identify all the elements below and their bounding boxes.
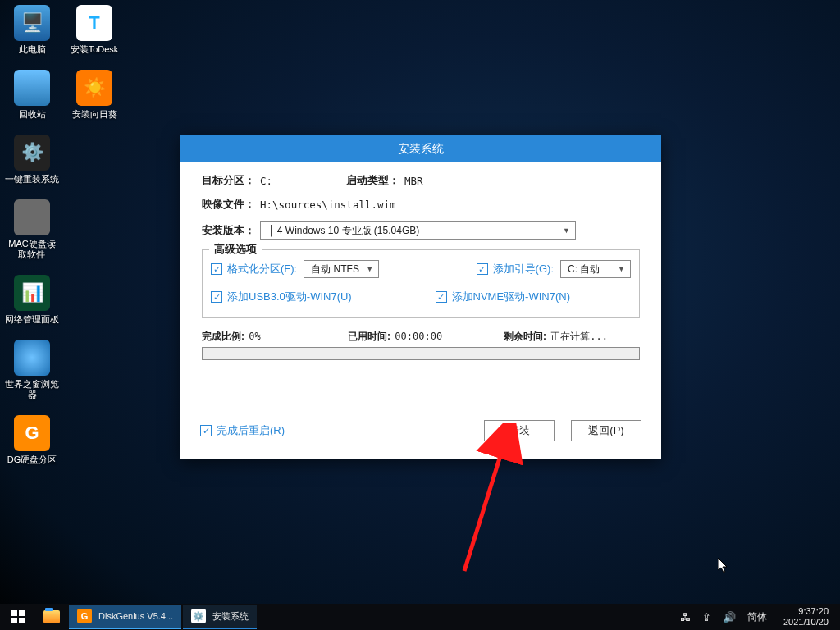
target-partition-value: C: bbox=[260, 175, 272, 187]
icon-label: 安装ToDesk bbox=[71, 44, 119, 55]
format-fs-select[interactable]: 自动 NTFS ▼ bbox=[304, 260, 379, 278]
pct-value: 0% bbox=[249, 331, 260, 342]
desktop-icon-recycle-bin[interactable]: 回收站 bbox=[5, 70, 59, 120]
desktop-icon-network-panel[interactable]: 📊网络管理面板 bbox=[5, 275, 59, 325]
select-value: C: 自动 bbox=[568, 262, 600, 276]
checkbox-label: 格式化分区(F): bbox=[227, 262, 297, 276]
restart-after-checkbox[interactable]: 完成后重启(R) bbox=[200, 423, 285, 438]
chevron-down-icon: ▼ bbox=[563, 226, 570, 235]
svg-rect-3 bbox=[11, 618, 17, 623]
checkbox-icon bbox=[211, 291, 222, 303]
volume-icon[interactable]: 🔊 bbox=[723, 611, 736, 623]
desktop-icon-mac-disk[interactable]: MAC硬盘读 取软件 bbox=[5, 199, 59, 260]
sunflower-icon: ☀️ bbox=[76, 70, 112, 106]
icon-label: 回收站 bbox=[19, 109, 46, 120]
chevron-down-icon: ▼ bbox=[366, 265, 373, 273]
chevron-down-icon: ▼ bbox=[618, 265, 625, 273]
remain-value: 正在计算... bbox=[550, 331, 608, 342]
add-boot-checkbox[interactable]: 添加引导(G): bbox=[477, 262, 554, 276]
globe-icon bbox=[14, 340, 50, 376]
back-button[interactable]: 返回(P) bbox=[571, 420, 641, 441]
checkbox-icon bbox=[436, 291, 447, 303]
window-title[interactable]: 安装系统 bbox=[180, 135, 661, 162]
select-value: ├ 4 Windows 10 专业版 (15.04GB) bbox=[267, 224, 419, 238]
image-file-value: H:\sources\install.wim bbox=[260, 199, 396, 211]
date-value: 2021/10/20 bbox=[783, 617, 829, 628]
target-partition-label: 目标分区： bbox=[202, 174, 255, 188]
time-value: 9:37:20 bbox=[783, 606, 829, 617]
desktop-icon-sunflower[interactable]: ☀️安装向日葵 bbox=[67, 70, 121, 120]
taskbar-item-diskgenius[interactable]: G DiskGenius V5.4... bbox=[69, 605, 181, 629]
taskbar-pin-explorer[interactable] bbox=[36, 604, 67, 630]
icon-label: MAC硬盘读 取软件 bbox=[8, 239, 55, 260]
elapsed-label: 已用时间: bbox=[348, 331, 390, 342]
install-button[interactable]: 安装 bbox=[484, 420, 555, 441]
desktop: 🖥️此电脑 回收站 ⚙️一键重装系统 MAC硬盘读 取软件 📊网络管理面板 世界… bbox=[5, 5, 130, 465]
taskbar-item-label: DiskGenius V5.4... bbox=[98, 611, 173, 621]
elapsed-value: 00:00:00 bbox=[395, 331, 442, 342]
svg-rect-2 bbox=[19, 610, 25, 616]
icon-label: 一键重装系统 bbox=[5, 174, 59, 185]
advanced-options-group: 高级选项 格式化分区(F): 自动 NTFS ▼ 添加引导(G): C: 自动 bbox=[202, 249, 640, 318]
progress-bar bbox=[202, 347, 640, 360]
taskbar-item-label: 安装系统 bbox=[212, 610, 249, 623]
checkbox-label: 添加NVME驱动-WIN7(N) bbox=[452, 290, 570, 304]
desktop-icon-reinstall[interactable]: ⚙️一键重装系统 bbox=[5, 135, 59, 185]
folder-icon bbox=[43, 610, 60, 623]
ime-indicator[interactable]: 简体 bbox=[747, 610, 767, 624]
apple-icon bbox=[14, 199, 50, 235]
network-icon[interactable]: 🖧 bbox=[680, 611, 691, 623]
install-version-label: 安装版本： bbox=[202, 224, 255, 238]
installer-icon: ⚙️ bbox=[191, 609, 206, 623]
icon-label: 网络管理面板 bbox=[5, 314, 59, 325]
boot-drive-select[interactable]: C: 自动 ▼ bbox=[560, 260, 631, 278]
boot-type-value: MBR bbox=[404, 175, 423, 187]
icon-label: 世界之窗浏览 器 bbox=[5, 379, 59, 400]
cursor-icon bbox=[718, 558, 731, 578]
select-value: 自动 NTFS bbox=[311, 262, 359, 276]
icon-label: DG硬盘分区 bbox=[7, 454, 57, 465]
installer-window: 安装系统 目标分区： C: 启动类型： MBR 映像文件： H:\sources… bbox=[180, 135, 661, 459]
windows-icon bbox=[11, 610, 25, 623]
checkbox-label: 添加引导(G): bbox=[493, 262, 554, 276]
system-tray: 🖧 ⇪ 🔊 简体 9:37:20 2021/10/20 bbox=[680, 606, 840, 628]
taskbar-item-installer[interactable]: ⚙️ 安装系统 bbox=[183, 605, 257, 629]
progress-meta: 完成比例: 0% 已用时间: 00:00:00 剩余时间: 正在计算... bbox=[202, 330, 640, 344]
usb-icon[interactable]: ⇪ bbox=[702, 611, 711, 623]
svg-rect-1 bbox=[11, 610, 17, 616]
icon-label: 此电脑 bbox=[19, 44, 46, 55]
desktop-icon-browser[interactable]: 世界之窗浏览 器 bbox=[5, 340, 59, 400]
checkbox-icon bbox=[477, 263, 488, 275]
taskbar: G DiskGenius V5.4... ⚙️ 安装系统 🖧 ⇪ 🔊 简体 9:… bbox=[0, 604, 840, 630]
icon-label: 安装向日葵 bbox=[72, 109, 117, 120]
advanced-legend: 高级选项 bbox=[209, 243, 262, 257]
remain-label: 剩余时间: bbox=[504, 331, 546, 342]
taskbar-clock[interactable]: 9:37:20 2021/10/20 bbox=[778, 606, 833, 628]
image-file-label: 映像文件： bbox=[202, 198, 255, 212]
checkbox-icon bbox=[211, 263, 222, 275]
install-version-select[interactable]: ├ 4 Windows 10 专业版 (15.04GB) ▼ bbox=[260, 221, 576, 240]
gear-icon: ⚙️ bbox=[14, 135, 50, 171]
checkbox-label: 添加USB3.0驱动-WIN7(U) bbox=[227, 290, 352, 304]
desktop-icon-todesk[interactable]: T安装ToDesk bbox=[67, 5, 121, 55]
start-button[interactable] bbox=[0, 604, 36, 630]
pct-label: 完成比例: bbox=[202, 331, 244, 342]
nvme-driver-checkbox[interactable]: 添加NVME驱动-WIN7(N) bbox=[436, 290, 570, 304]
todesk-icon: T bbox=[76, 5, 112, 41]
format-partition-checkbox[interactable]: 格式化分区(F): bbox=[211, 262, 297, 276]
dg-icon: G bbox=[77, 609, 92, 623]
bin-icon bbox=[14, 70, 50, 106]
desktop-icon-diskgenius[interactable]: GDG硬盘分区 bbox=[5, 415, 59, 465]
svg-rect-4 bbox=[19, 618, 25, 623]
pc-icon: 🖥️ bbox=[14, 5, 50, 41]
bars-icon: 📊 bbox=[14, 275, 50, 311]
dg-icon: G bbox=[14, 415, 50, 451]
usb3-driver-checkbox[interactable]: 添加USB3.0驱动-WIN7(U) bbox=[211, 290, 352, 304]
checkbox-label: 完成后重启(R) bbox=[217, 423, 285, 438]
boot-type-label: 启动类型： bbox=[346, 174, 399, 188]
desktop-icon-this-pc[interactable]: 🖥️此电脑 bbox=[5, 5, 59, 55]
checkbox-icon bbox=[200, 425, 212, 436]
